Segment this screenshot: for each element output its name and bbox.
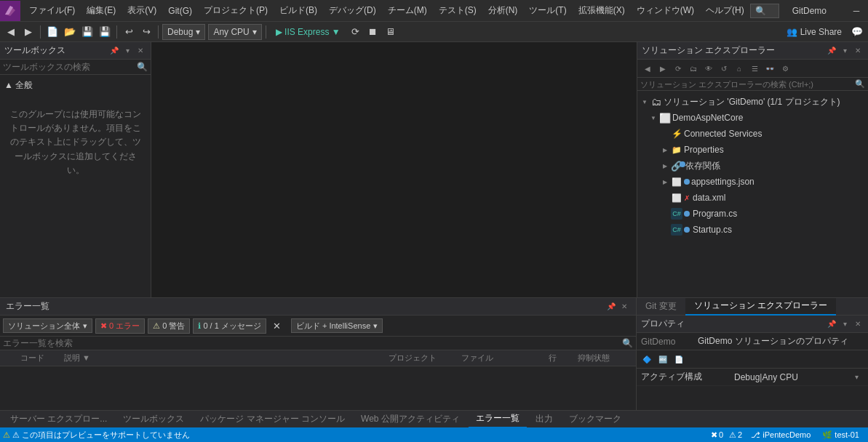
error-x-icon: ✖ xyxy=(711,430,717,440)
toolbar-refresh-btn[interactable]: ⟳ xyxy=(348,24,364,40)
menu-window[interactable]: ウィンドウ(W) xyxy=(631,1,700,20)
tree-item-appsettings[interactable]: ▶ ⬜ appsettings.json xyxy=(637,174,868,190)
status-test-branch[interactable]: 🌿 test-01 xyxy=(819,430,862,440)
se-preview-btn[interactable]: 👓 xyxy=(763,61,777,76)
tab-error-list[interactable]: エラー一覧 xyxy=(469,411,527,428)
toolbar-save-btn[interactable]: 💾 xyxy=(79,24,95,40)
col-header-code[interactable]: コード xyxy=(17,353,61,363)
error-search-input[interactable] xyxy=(3,338,619,348)
menu-extensions[interactable]: 拡張機能(X) xyxy=(573,1,631,20)
menu-debug[interactable]: デバッグ(D) xyxy=(323,1,382,20)
menu-file[interactable]: ファイル(F) xyxy=(23,1,81,20)
status-notification[interactable]: ⚠ ⚠ この項目はプレビューをサポートしていません xyxy=(0,430,711,441)
editor-area[interactable] xyxy=(151,42,637,297)
props-category-btn[interactable]: 🔷 xyxy=(640,352,654,366)
col-header-desc[interactable]: 説明 ▼ xyxy=(61,353,386,363)
se-filter-btn[interactable]: ⚙ xyxy=(778,61,792,76)
se-show-all-btn[interactable]: 👁 xyxy=(701,61,716,76)
error-close-btn[interactable]: ✕ xyxy=(618,301,630,313)
col-header-file[interactable]: ファイル xyxy=(458,353,546,363)
col-header-line[interactable]: 行 xyxy=(546,353,575,363)
se-refresh-btn[interactable]: ↺ xyxy=(717,61,731,76)
toolbar-fwd-btn[interactable]: ▶ xyxy=(20,24,36,40)
menu-test[interactable]: テスト(S) xyxy=(433,1,482,20)
menu-team[interactable]: チーム(M) xyxy=(382,1,433,20)
tree-item-dependencies[interactable]: ▶ 🔗 依存関係 xyxy=(637,158,868,174)
debug-config-dropdown[interactable]: Debug▾ xyxy=(162,24,205,40)
toolbar-back-btn[interactable]: ◀ xyxy=(3,24,19,40)
toolbar-open-btn[interactable]: 📂 xyxy=(62,24,78,40)
error-scope-dropdown[interactable]: ソリューション全体▾ xyxy=(3,318,92,333)
toolbar-undo-btn[interactable]: ↩ xyxy=(121,24,137,40)
menu-edit[interactable]: 編集(E) xyxy=(81,1,122,20)
tab-server-explorer[interactable]: サーバー エクスプロー... xyxy=(3,411,114,428)
toolbox-close-btn[interactable]: ✕ xyxy=(135,45,146,57)
props-close-btn[interactable]: ✕ xyxy=(852,318,864,330)
col-header-project[interactable]: プロジェクト xyxy=(386,353,458,363)
run-button[interactable]: ▶ IIS Express ▼ xyxy=(270,24,346,40)
cpu-dropdown[interactable]: Any CPU▾ xyxy=(208,24,261,40)
tree-item-data-xml[interactable]: ▶ ⬜ ✗ data.xml xyxy=(637,190,868,206)
menu-project[interactable]: プロジェクト(P) xyxy=(198,1,274,20)
error-table: コード 説明 ▼ プロジェクト ファイル 行 抑制状態 xyxy=(0,350,636,410)
menu-analyze[interactable]: 分析(N) xyxy=(482,1,524,20)
toolbar-stop-btn[interactable]: ⏹ xyxy=(365,24,381,40)
se-home-btn[interactable]: ⌂ xyxy=(732,61,746,76)
title-search-input[interactable] xyxy=(750,4,779,18)
tab-toolbox[interactable]: ツールボックス xyxy=(116,411,191,428)
error-pin-btn[interactable]: 📌 xyxy=(605,301,617,313)
status-branch[interactable]: ⎇ iPentecDemo xyxy=(748,430,813,440)
status-errors[interactable]: ✖ 0 xyxy=(711,430,723,440)
toolbox-group-header[interactable]: ▲ 全般 xyxy=(0,78,151,93)
toolbox-search-input[interactable] xyxy=(3,62,137,72)
minimize-button[interactable]: ─ xyxy=(840,0,868,22)
toolbar-saveall-btn[interactable]: 💾 xyxy=(97,24,113,40)
se-back-btn[interactable]: ◀ xyxy=(640,61,655,76)
se-dropdown-btn[interactable]: ▾ xyxy=(839,45,851,57)
se-fwd-btn[interactable]: ▶ xyxy=(656,61,670,76)
props-dropdown-btn[interactable]: ▾ xyxy=(839,318,851,330)
status-warnings[interactable]: ⚠ 2 xyxy=(729,430,742,440)
se-pin-btn[interactable]: 📌 xyxy=(826,45,837,57)
menu-build[interactable]: ビルド(B) xyxy=(274,1,323,20)
toolbox-pin-btn[interactable]: 📌 xyxy=(108,45,120,57)
se-close-btn[interactable]: ✕ xyxy=(852,45,864,57)
toolbar-screen-btn[interactable]: 🖥 xyxy=(383,24,399,40)
tab-output[interactable]: 出力 xyxy=(528,411,560,428)
props-alpha-btn[interactable]: 🔤 xyxy=(656,352,670,366)
menu-view[interactable]: 表示(V) xyxy=(122,1,162,20)
toolbox-dropdown-btn[interactable]: ▾ xyxy=(122,45,133,57)
se-collapse-btn[interactable]: 🗂 xyxy=(686,61,701,76)
tree-item-connected-services[interactable]: ▶ ⚡ Connected Services xyxy=(637,126,868,142)
right-bottom-panel: Git 変更 ソリューション エクスプローラー プロパティ 📌 ▾ ✕ GitD… xyxy=(637,298,868,410)
menu-help[interactable]: ヘルプ(H) xyxy=(700,1,750,20)
tab-git-changes[interactable]: Git 変更 xyxy=(637,298,685,316)
tab-web-publish[interactable]: Web 公開アクティビティ xyxy=(354,411,467,428)
se-search-input[interactable] xyxy=(640,80,855,89)
tree-item-properties[interactable]: ▶ 📁 Properties xyxy=(637,142,868,158)
errors-filter-btn[interactable]: ✖ 0 エラー xyxy=(95,318,145,334)
toolbar-new-btn[interactable]: 📄 xyxy=(44,24,60,40)
tree-item-startup-cs[interactable]: ▶ C# Startup.cs xyxy=(637,222,868,238)
build-dropdown[interactable]: ビルド + IntelliSense▾ xyxy=(291,318,383,333)
tab-solution-explorer[interactable]: ソリューション エクスプローラー xyxy=(685,298,836,316)
col-header-suppress[interactable]: 抑制状態 xyxy=(575,353,633,363)
menu-tools[interactable]: ツール(T) xyxy=(523,1,572,20)
warnings-filter-btn[interactable]: ⚠ 0 警告 xyxy=(148,318,190,334)
tab-bookmarks[interactable]: ブックマーク xyxy=(562,411,629,428)
tree-item-solution[interactable]: ▼ 🗂 ソリューション 'GitDemo' (1/1 プロジェクト) xyxy=(637,94,868,110)
props-pages-btn[interactable]: 📄 xyxy=(672,352,686,366)
prop-active-config-dropdown[interactable]: ▾ xyxy=(849,370,864,385)
toolbar-redo-btn[interactable]: ↪ xyxy=(138,24,154,40)
error-clear-btn[interactable]: ✕ xyxy=(269,318,285,334)
tree-item-program-cs[interactable]: ▶ C# Program.cs xyxy=(637,206,868,222)
tree-item-project[interactable]: ▼ ⬜ DemoAspNetCore xyxy=(637,110,868,126)
se-props-btn[interactable]: ☰ xyxy=(747,61,762,76)
live-share-button[interactable]: 👥 Live Share xyxy=(781,25,848,39)
toolbar-feedback-btn[interactable]: 💬 xyxy=(849,24,865,40)
se-sync-btn[interactable]: ⟳ xyxy=(671,61,685,76)
props-pin-btn[interactable]: 📌 xyxy=(826,318,837,330)
menu-git[interactable]: Git(G) xyxy=(162,3,198,19)
tab-package-manager[interactable]: パッケージ マネージャー コンソール xyxy=(193,411,352,428)
messages-filter-btn[interactable]: ℹ 0 / 1 メッセージ xyxy=(193,318,266,334)
